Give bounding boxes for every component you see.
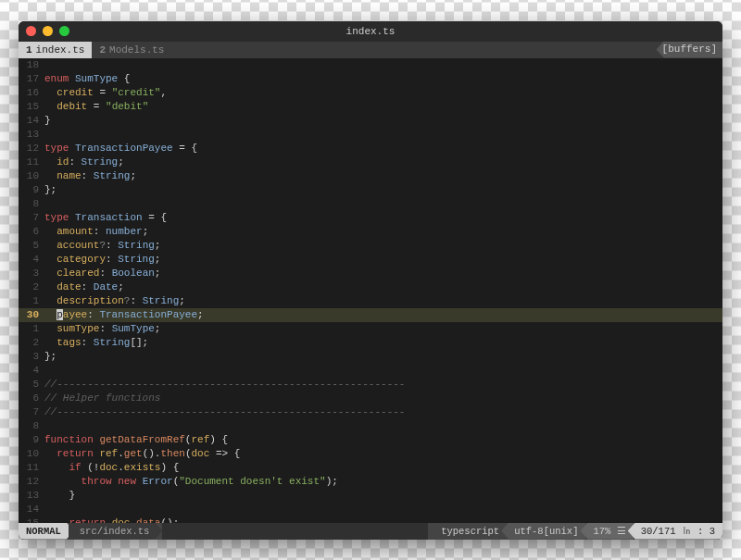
line-number: 2 <box>19 336 44 350</box>
code-editor[interactable]: 1817enum SumType {16 credit = "credit",1… <box>19 58 722 523</box>
line-number: 11 <box>19 461 44 475</box>
code-line: 3 cleared: Boolean; <box>19 267 722 280</box>
line-number: 9 <box>19 433 44 447</box>
code-line: 18 <box>19 58 722 72</box>
line-number: 10 <box>19 447 44 461</box>
line-number: 13 <box>19 489 44 503</box>
line-number: 4 <box>19 364 44 378</box>
encoding-indicator: utf-8[unix] <box>501 523 585 540</box>
code-line: 10 name: String; <box>19 169 722 183</box>
position-indicator: 30/171 ㏑ : 3 <box>628 523 722 540</box>
line-number: 17 <box>19 72 44 86</box>
code-line: 3}; <box>19 350 722 364</box>
line-number: 7 <box>19 405 44 419</box>
line-number: 6 <box>19 392 44 405</box>
line-number: 12 <box>19 475 44 489</box>
percent-indicator: 17% ☰ <box>580 523 633 540</box>
code-line: 7//-------------------------------------… <box>19 405 722 419</box>
line-number: 3 <box>19 350 44 364</box>
line-number: 13 <box>19 128 44 142</box>
line-number: 9 <box>19 183 44 197</box>
line-number: 1 <box>19 322 44 336</box>
window-title: index.ts <box>19 26 722 37</box>
line-number: 1 <box>19 294 44 308</box>
line-number: 2 <box>19 280 44 294</box>
code-line: 10 return ref.get().then(doc => { <box>19 447 722 461</box>
mode-indicator: NORMAL <box>19 523 74 540</box>
code-line: 17enum SumType { <box>19 72 722 86</box>
code-line: 2 date: Date; <box>19 280 722 294</box>
line-number: 5 <box>19 239 44 253</box>
code-line: 11 id: String; <box>19 156 722 169</box>
code-line: 16 credit = "credit", <box>19 86 722 100</box>
code-line: 7type Transaction = { <box>19 211 722 225</box>
code-line: 12type TransactionPayee = { <box>19 142 722 156</box>
code-line: 8 <box>19 197 722 211</box>
line-number: 16 <box>19 86 44 100</box>
filetype-indicator: typescript <box>428 523 507 540</box>
line-number: 12 <box>19 142 44 156</box>
code-line: 6 amount: number; <box>19 225 722 239</box>
line-number: 7 <box>19 211 44 225</box>
tabline: 1index.ts2Models.ts [buffers] <box>19 42 722 58</box>
code-line: 13 <box>19 128 722 142</box>
code-line: 8 <box>19 419 722 433</box>
file-path: src/index.ts <box>69 523 163 540</box>
code-line: 14 <box>19 503 722 516</box>
line-number: 6 <box>19 225 44 239</box>
line-number: 8 <box>19 419 44 433</box>
code-line: 11 if (!doc.exists) { <box>19 461 722 475</box>
code-line: 9}; <box>19 183 722 197</box>
editor-window: index.ts 1index.ts2Models.ts [buffers] 1… <box>19 21 722 540</box>
line-number: 5 <box>19 378 44 392</box>
line-number: 4 <box>19 253 44 267</box>
tab-index-ts[interactable]: 1index.ts <box>19 42 92 58</box>
line-number: 18 <box>19 58 44 72</box>
code-line: 1 sumType: SumType; <box>19 322 722 336</box>
code-line: 5//-------------------------------------… <box>19 378 722 392</box>
line-number: 3 <box>19 267 44 280</box>
titlebar: index.ts <box>19 21 722 42</box>
line-number: 30 <box>19 308 44 322</box>
line-number: 14 <box>19 114 44 128</box>
code-line: 13 } <box>19 489 722 503</box>
line-number: 11 <box>19 156 44 169</box>
code-line: 2 tags: String[]; <box>19 336 722 350</box>
code-line: 4 <box>19 364 722 378</box>
code-line: 30 payee: TransactionPayee; <box>19 308 722 322</box>
code-line: 9function getDataFromRef(ref) { <box>19 433 722 447</box>
tabs: 1index.ts2Models.ts <box>19 42 171 58</box>
line-number: 15 <box>19 516 44 523</box>
line-number: 8 <box>19 197 44 211</box>
code-line: 5 account?: String; <box>19 239 722 253</box>
code-line: 1 description?: String; <box>19 294 722 308</box>
code-line: 15 debit = "debit" <box>19 100 722 114</box>
code-line: 6// Helper functions <box>19 392 722 405</box>
buffers-indicator[interactable]: [buffers] <box>657 42 722 58</box>
line-number: 10 <box>19 169 44 183</box>
code-line: 15 return doc.data(); <box>19 516 722 523</box>
code-line: 14} <box>19 114 722 128</box>
line-number: 14 <box>19 503 44 516</box>
code-line: 4 category: String; <box>19 253 722 267</box>
line-number: 15 <box>19 100 44 114</box>
code-line: 12 throw new Error("Document doesn't exi… <box>19 475 722 489</box>
statusline: NORMAL src/index.ts typescript utf-8[uni… <box>19 523 722 540</box>
tab-models-ts[interactable]: 2Models.ts <box>92 42 171 58</box>
